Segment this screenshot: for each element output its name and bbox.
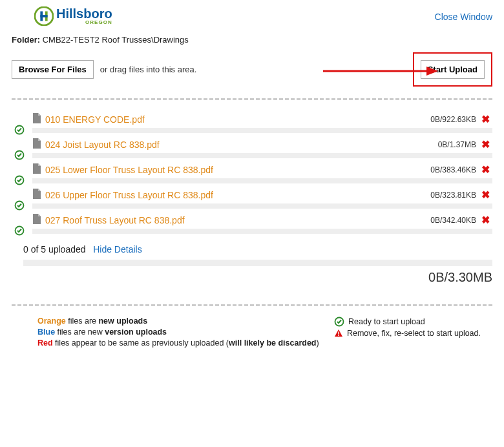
remove-file-button[interactable]: ✖ <box>481 138 490 151</box>
file-progress-bar <box>32 128 492 133</box>
file-icon <box>32 163 41 174</box>
start-upload-button[interactable]: Start Upload <box>421 60 485 79</box>
file-size: 0B/1.37MB <box>438 140 476 149</box>
ready-check <box>14 200 25 213</box>
logo-icon <box>34 6 54 26</box>
start-upload-highlight: Start Upload <box>413 52 492 87</box>
hide-details-link[interactable]: Hide Details <box>93 244 142 255</box>
browse-files-button[interactable]: Browse For Files <box>12 60 94 79</box>
ready-check <box>14 125 25 137</box>
brand-logo: Hillsboro OREGON <box>12 6 112 26</box>
file-row: 026 Upper Floor Truss Layout RC 838.pdf0… <box>18 189 492 209</box>
file-row: 010 ENERGY CODE.pdf0B/922.63KB✖ <box>18 113 492 133</box>
file-link[interactable]: 026 Upper Floor Truss Layout RC 838.pdf <box>45 190 213 200</box>
legend-status-key: Ready to start upload Remove, fix, re-se… <box>334 317 481 349</box>
folder-value: CMB22-TEST2 Roof Trusses\Drawings <box>43 35 189 45</box>
ready-check <box>14 225 25 238</box>
file-link[interactable]: 027 Roof Truss Layout RC 838.pdf <box>45 215 185 225</box>
check-icon <box>14 225 25 236</box>
brand-name: Hillsboro <box>56 7 112 20</box>
folder-path: Folder: CMB22-TEST2 Roof Trusses\Drawing… <box>12 35 492 45</box>
remove-file-button[interactable]: ✖ <box>481 163 490 176</box>
close-window-link[interactable]: Close Window <box>435 6 492 22</box>
file-icon <box>32 189 41 199</box>
file-list: 010 ENERGY CODE.pdf0B/922.63KB✖024 Joist… <box>12 110 492 234</box>
file-link[interactable]: 025 Lower Floor Truss Layout RC 838.pdf <box>45 165 213 175</box>
upload-count: 0 of 5 uploaded <box>23 244 86 255</box>
file-link[interactable]: 010 ENERGY CODE.pdf <box>45 114 145 125</box>
total-size: 0B/3.30MB <box>23 270 492 285</box>
file-progress-bar <box>32 178 492 183</box>
warning-icon <box>334 329 343 338</box>
check-icon <box>14 200 25 211</box>
check-icon <box>14 175 25 185</box>
ready-check <box>14 150 25 162</box>
check-icon <box>14 125 25 135</box>
file-link[interactable]: 024 Joist Layout RC 838.pdf <box>45 140 160 150</box>
remove-file-button[interactable]: ✖ <box>481 189 490 201</box>
drag-hint: or drag files into this area. <box>100 65 197 74</box>
folder-label: Folder: <box>12 35 40 45</box>
file-progress-bar <box>32 229 492 234</box>
ready-check <box>14 175 25 187</box>
remove-file-button[interactable]: ✖ <box>481 214 490 226</box>
svg-rect-12 <box>338 331 339 334</box>
svg-rect-13 <box>338 335 339 336</box>
total-progress-bar <box>23 260 492 266</box>
file-icon <box>32 138 41 149</box>
file-icon <box>32 113 41 123</box>
file-row: 024 Joist Layout RC 838.pdf0B/1.37MB✖ <box>18 138 492 158</box>
remove-file-button[interactable]: ✖ <box>481 113 490 125</box>
divider <box>12 98 492 100</box>
file-progress-bar <box>32 153 492 158</box>
file-size: 0B/342.40KB <box>430 216 476 225</box>
check-icon <box>334 317 344 327</box>
check-icon <box>14 150 25 160</box>
legend-color-key: Orange files are new uploads Blue files … <box>37 317 319 349</box>
file-size: 0B/323.81KB <box>430 191 476 200</box>
file-row: 025 Lower Floor Truss Layout RC 838.pdf0… <box>18 163 492 183</box>
file-progress-bar <box>32 203 492 209</box>
file-size: 0B/922.63KB <box>430 115 476 124</box>
svg-rect-3 <box>40 15 47 17</box>
brand-sub: OREGON <box>56 20 112 25</box>
file-row: 027 Roof Truss Layout RC 838.pdf0B/342.4… <box>18 214 492 234</box>
divider <box>12 304 492 306</box>
file-icon <box>32 214 41 224</box>
file-size: 0B/383.46KB <box>430 165 476 174</box>
